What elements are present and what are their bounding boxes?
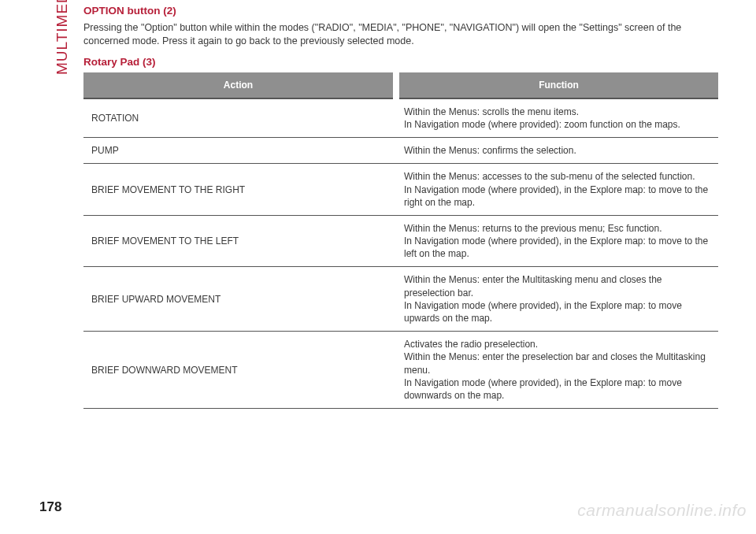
page-number: 178 [39,499,61,515]
table-row: BRIEF MOVEMENT TO THE LEFT Within the Me… [83,215,718,267]
table-row: BRIEF DOWNWARD MOVEMENT Activates the ra… [83,332,718,409]
heading-rotary-pad: Rotary Pad (3) [83,56,718,68]
table-row: BRIEF MOVEMENT TO THE RIGHT Within the M… [83,164,718,216]
page-content: OPTION button (2) Pressing the "Option" … [83,5,718,409]
table-cell-function: Within the Menus: scrolls the menu items… [396,98,718,138]
table-cell-function: Activates the radio preselection.Within … [396,332,718,409]
table-cell-action: ROTATION [83,98,396,138]
table-cell-function: Within the Menus: accesses to the sub-me… [396,164,718,216]
rotary-pad-table: Action Function ROTATION Within the Menu… [83,72,718,409]
table-header-function: Function [396,72,718,98]
table-header-row: Action Function [83,72,718,98]
heading-option-button: OPTION button (2) [83,5,718,17]
table-row: PUMP Within the Menus: confirms the sele… [83,138,718,164]
table-cell-function: Within the Menus: enter the Multitasking… [396,267,718,332]
table-cell-function: Within the Menus: returns to the previou… [396,215,718,267]
table-cell-action: BRIEF UPWARD MOVEMENT [83,267,396,332]
table-cell-function: Within the Menus: confirms the selection… [396,138,718,164]
table-cell-action: BRIEF MOVEMENT TO THE RIGHT [83,164,396,216]
section-side-label: MULTIMEDIA [54,0,71,75]
table-row: ROTATION Within the Menus: scrolls the m… [83,98,718,138]
table-header-action: Action [83,72,396,98]
table-cell-action: BRIEF MOVEMENT TO THE LEFT [83,215,396,267]
table-row: BRIEF UPWARD MOVEMENT Within the Menus: … [83,267,718,332]
table-cell-action: PUMP [83,138,396,164]
body-option-button: Pressing the "Option" button while withi… [83,21,718,48]
watermark: carmanualsonline.info [577,501,747,520]
table-cell-action: BRIEF DOWNWARD MOVEMENT [83,332,396,409]
